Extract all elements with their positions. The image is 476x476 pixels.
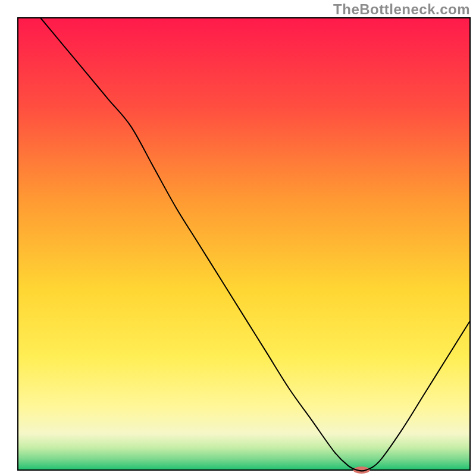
bottleneck-chart: TheBottleneck.com <box>0 0 476 476</box>
watermark-label: TheBottleneck.com <box>333 1 470 18</box>
chart-svg <box>0 0 476 476</box>
plot-background <box>18 18 470 470</box>
